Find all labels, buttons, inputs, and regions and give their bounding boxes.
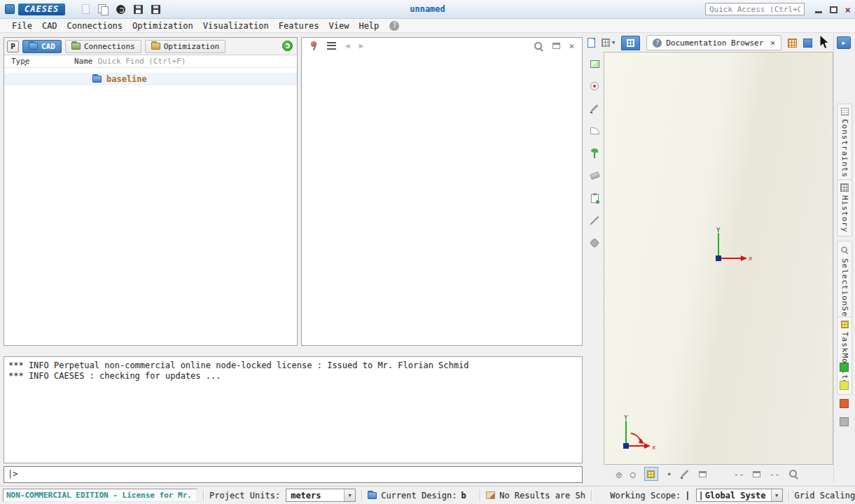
column-header-name[interactable]: Name — [74, 57, 93, 66]
menu-features[interactable]: Features — [274, 20, 324, 31]
status-yellow-icon[interactable] — [840, 381, 849, 390]
help-icon[interactable]: ? — [389, 21, 399, 31]
tab-optimization[interactable]: Optimization — [145, 40, 225, 53]
sync-icon[interactable] — [116, 5, 125, 14]
forward-icon[interactable]: ▶ — [359, 41, 364, 50]
current-design-status: Current Design: b — [368, 491, 474, 500]
menubar: File CAD Connections Optimization Visual… — [0, 19, 855, 33]
working-scope-input[interactable]: | — [685, 491, 690, 500]
sort-icon: ▾ — [24, 62, 27, 68]
save-icon[interactable] — [134, 5, 143, 14]
tab-history[interactable]: History — [837, 179, 852, 237]
blue-tab-icon[interactable] — [803, 38, 812, 48]
viewport-canvas[interactable]: Y x Y x — [604, 52, 833, 465]
curve-button[interactable] — [588, 125, 601, 137]
chevron-down-icon[interactable]: ▼ — [344, 489, 355, 501]
curve-icon — [590, 127, 599, 134]
feature-button[interactable] — [588, 147, 601, 160]
folder-icon — [151, 43, 160, 50]
quick-access-input[interactable] — [705, 3, 805, 15]
bucket-icon — [590, 238, 599, 248]
grid-toggle-button[interactable] — [644, 467, 658, 481]
explorer-panel: P CAD Connections Optimization Type ▾ Na… — [4, 37, 298, 346]
surface-button[interactable] — [588, 57, 601, 70]
maximize-button[interactable] — [830, 6, 837, 13]
caeses-logo: CAESES — [18, 4, 65, 15]
titlebar: CAESES unnamed × — [0, 0, 855, 19]
project-scope-button[interactable]: P — [7, 41, 19, 52]
tab-label: CAD — [41, 42, 55, 51]
annotate-icon[interactable] — [680, 469, 690, 479]
open-project-icon[interactable] — [98, 4, 108, 15]
new-document-icon[interactable] — [82, 4, 90, 14]
menu-visualization[interactable]: Visualization — [198, 20, 274, 31]
coordinate-system-select[interactable]: | Global Syste ▼ — [696, 489, 783, 502]
column-header-type[interactable]: Type ▾ — [4, 57, 74, 66]
fit-view-icon[interactable] — [753, 471, 760, 477]
current-design-value: b — [461, 491, 466, 500]
grid-plane-icon — [647, 470, 655, 478]
close-tab-icon[interactable]: × — [770, 38, 775, 48]
refresh-icon[interactable] — [282, 41, 293, 51]
tab-label: History — [840, 195, 849, 232]
menu-icon[interactable] — [327, 42, 336, 50]
menu-file[interactable]: File — [7, 20, 37, 31]
status-green-icon[interactable] — [840, 363, 849, 372]
tab-constraints[interactable]: Constraints — [837, 104, 852, 182]
current-design-label: Current Design: — [381, 491, 457, 500]
close-button[interactable]: × — [845, 5, 851, 15]
clipboard-button[interactable] — [588, 192, 601, 204]
command-input[interactable]: |> — [4, 466, 583, 483]
axis-triad: Y x — [710, 227, 755, 267]
doc-browser-icon: ? — [653, 38, 662, 48]
menu-optimization[interactable]: Optimization — [127, 20, 198, 31]
pin-icon[interactable] — [310, 41, 318, 51]
measure-button[interactable] — [588, 214, 601, 227]
tab-label: Connections — [84, 42, 135, 51]
eraser-button[interactable] — [588, 169, 601, 182]
menu-connections[interactable]: Connections — [62, 20, 127, 31]
zoom-out-icon[interactable]: -- — [733, 470, 744, 479]
minimize-button[interactable] — [815, 11, 822, 13]
tab-documentation-browser[interactable]: ? Documentation Browser × — [646, 35, 781, 50]
transform-button[interactable] — [588, 237, 601, 249]
menu-view[interactable]: View — [324, 20, 354, 31]
status-gray-icon[interactable] — [840, 417, 849, 426]
tab-connections[interactable]: Connections — [65, 40, 141, 53]
close-icon[interactable]: × — [569, 41, 574, 51]
menu-help[interactable]: Help — [354, 20, 384, 31]
folder-icon — [368, 492, 377, 499]
tab-selectionset[interactable]: SelectionSet — [837, 241, 852, 326]
project-units-value: meters — [286, 491, 344, 500]
console-output[interactable]: *** INFO Perpetual non-commercial online… — [4, 356, 583, 463]
orange-tab-icon[interactable] — [788, 38, 797, 48]
status-orange-icon[interactable] — [840, 399, 849, 408]
tab-cad[interactable]: CAD — [22, 40, 62, 53]
point-icon[interactable]: • — [667, 470, 672, 479]
detach-icon[interactable] — [552, 43, 560, 49]
frame-icon[interactable] — [699, 471, 707, 477]
new-view-icon[interactable] — [588, 38, 595, 48]
tree-item-baseline[interactable]: baseline — [4, 73, 297, 85]
selectionset-icon — [840, 246, 848, 253]
save-all-icon[interactable] — [151, 5, 160, 14]
tab-label: Documentation Browser — [666, 38, 763, 48]
collapse-panel-icon[interactable]: ▶ — [837, 36, 851, 49]
zoom-step-icon[interactable]: -- — [769, 470, 780, 479]
back-icon[interactable]: ◀ — [345, 41, 350, 50]
snap-circle-icon[interactable]: ○ — [630, 470, 636, 479]
tab-3d-view[interactable] — [621, 36, 640, 50]
project-units-select[interactable]: meters ▼ — [286, 489, 356, 502]
snap-center-icon[interactable]: ◎ — [616, 470, 622, 479]
search-icon[interactable] — [534, 41, 543, 51]
quick-find-input[interactable]: Quick Find (Ctrl+F) — [98, 57, 186, 66]
console-line: *** INFO Perpetual non-commercial online… — [8, 360, 578, 371]
layout-dropdown[interactable]: ▼ — [602, 38, 615, 47]
probe-button[interactable] — [588, 80, 601, 92]
menu-cad[interactable]: CAD — [37, 20, 62, 31]
sketch-button[interactable] — [588, 102, 601, 115]
chevron-down-icon[interactable]: ▼ — [771, 489, 782, 501]
app-icon — [5, 4, 15, 14]
zoom-icon[interactable] — [788, 469, 798, 479]
surface-icon — [590, 60, 599, 68]
